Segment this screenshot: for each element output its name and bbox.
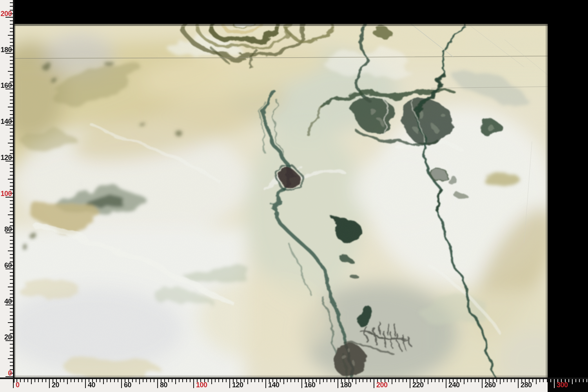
horizontal-ruler-tick	[572, 379, 573, 384]
horizontal-ruler-label: 100	[196, 381, 207, 389]
vertical-ruler-tick	[10, 355, 13, 356]
horizontal-ruler-label: 220	[412, 381, 424, 389]
horizontal-ruler-tick	[100, 379, 100, 382]
vertical-ruler-tick	[10, 150, 13, 151]
horizontal-ruler-tick	[478, 379, 479, 382]
horizontal-ruler-tick	[503, 379, 504, 382]
horizontal-ruler-tick	[406, 379, 407, 382]
horizontal-ruler-tick	[182, 379, 183, 382]
horizontal-ruler-label: 80	[160, 381, 167, 389]
horizontal-ruler-tick	[399, 379, 399, 382]
horizontal-ruler-tick	[388, 379, 389, 382]
vertical-ruler-tick	[10, 182, 13, 183]
horizontal-ruler-tick	[78, 379, 79, 382]
vertical-ruler-label: 60	[0, 261, 12, 269]
horizontal-ruler-tick	[392, 379, 392, 384]
horizontal-ruler-tick	[442, 379, 443, 382]
horizontal-ruler-tick	[27, 379, 28, 382]
vertical-ruler-tick	[10, 222, 13, 223]
vertical-ruler-label: 100	[0, 190, 12, 198]
horizontal-ruler-tick	[71, 379, 71, 382]
horizontal-ruler-tick	[74, 379, 75, 382]
slab-scan-viewport: 020406080100120140160180200 020406080100…	[0, 0, 588, 392]
vertical-ruler-tick	[10, 146, 13, 147]
vertical-ruler-tick	[10, 2, 13, 3]
horizontal-ruler-tick	[175, 379, 176, 384]
vertical-ruler-tick	[10, 365, 13, 366]
vertical-ruler-tick	[10, 294, 13, 294]
vertical-ruler-tick	[10, 168, 13, 169]
horizontal-ruler-tick	[290, 379, 291, 382]
horizontal-ruler-tick	[67, 379, 68, 384]
vertical-ruler-tick	[10, 207, 13, 208]
vertical-ruler-tick	[8, 358, 13, 359]
horizontal-ruler-tick	[471, 379, 472, 382]
horizontal-ruler-tick	[186, 379, 187, 382]
vertical-ruler-label: 200	[0, 10, 12, 18]
vertical-ruler-tick	[10, 247, 13, 248]
vertical-ruler-tick	[10, 362, 13, 363]
vertical-ruler-label: 40	[0, 298, 12, 305]
horizontal-ruler-tick	[374, 379, 374, 388]
horizontal-ruler-tick	[132, 379, 133, 382]
slab-photo	[15, 24, 548, 377]
horizontal-ruler-label: 240	[448, 381, 460, 389]
horizontal-ruler-label: 120	[232, 381, 243, 389]
horizontal-ruler-tick	[215, 379, 216, 382]
horizontal-ruler-tick	[424, 379, 425, 382]
vertical-ruler-tick	[10, 211, 13, 212]
horizontal-ruler-tick	[103, 379, 104, 384]
vertical-ruler-tick	[10, 42, 13, 43]
horizontal-ruler-tick	[136, 379, 136, 382]
horizontal-ruler-tick	[330, 379, 331, 382]
horizontal-ruler-tick	[586, 379, 587, 382]
horizontal-ruler-tick	[301, 379, 302, 388]
vertical-ruler-tick	[10, 132, 13, 132]
horizontal-ruler-tick	[547, 379, 548, 382]
vertical-ruler-tick	[10, 38, 13, 39]
horizontal-ruler-tick	[114, 379, 115, 382]
horizontal-ruler-tick	[20, 379, 21, 382]
vertical-ruler-tick	[10, 218, 13, 219]
horizontal-ruler-tick	[85, 379, 86, 388]
horizontal-ruler-tick	[254, 379, 255, 382]
vertical-ruler-tick	[10, 236, 13, 237]
horizontal-ruler-tick	[464, 379, 465, 384]
vertical-ruler-tick	[10, 326, 13, 327]
horizontal-ruler-tick	[356, 379, 356, 384]
vertical-ruler-tick	[10, 344, 13, 345]
vertical-ruler-tick	[10, 175, 13, 176]
horizontal-ruler-tick	[500, 379, 501, 384]
vertical-ruler-tick	[8, 287, 13, 287]
horizontal-ruler-label: 200	[376, 381, 388, 389]
vertical-ruler-tick	[10, 93, 13, 93]
vertical-ruler-tick	[10, 319, 13, 319]
horizontal-ruler-tick	[118, 379, 118, 382]
horizontal-ruler-tick	[96, 379, 97, 382]
horizontal-ruler-tick	[193, 379, 194, 388]
vertical-ruler-tick	[10, 136, 13, 136]
horizontal-ruler-tick	[211, 379, 212, 384]
horizontal-ruler-tick	[45, 379, 46, 382]
vertical-ruler-tick	[10, 31, 13, 32]
horizontal-ruler-tick	[208, 379, 209, 382]
vertical-ruler-tick	[10, 258, 13, 258]
horizontal-ruler-tick	[431, 379, 432, 382]
vertical-ruler-tick	[10, 272, 13, 273]
vertical-ruler-label: 20	[0, 333, 12, 341]
vertical-ruler-tick	[10, 56, 13, 57]
horizontal-ruler-tick	[363, 379, 363, 382]
horizontal-ruler-label: 140	[268, 381, 279, 389]
horizontal-ruler-label: 280	[521, 381, 532, 389]
horizontal-ruler-tick	[514, 379, 515, 382]
horizontal-ruler-tick	[518, 379, 519, 388]
horizontal-ruler-tick	[143, 379, 143, 382]
horizontal-ruler-tick	[575, 379, 576, 382]
vertical-ruler-tick	[8, 143, 13, 143]
horizontal-ruler-tick	[226, 379, 227, 382]
horizontal-ruler-tick	[334, 379, 335, 382]
horizontal-ruler-tick	[218, 379, 219, 382]
horizontal-ruler-tick	[229, 379, 230, 388]
vertical-ruler-tick	[10, 308, 13, 309]
vertical-ruler-tick	[10, 64, 13, 64]
